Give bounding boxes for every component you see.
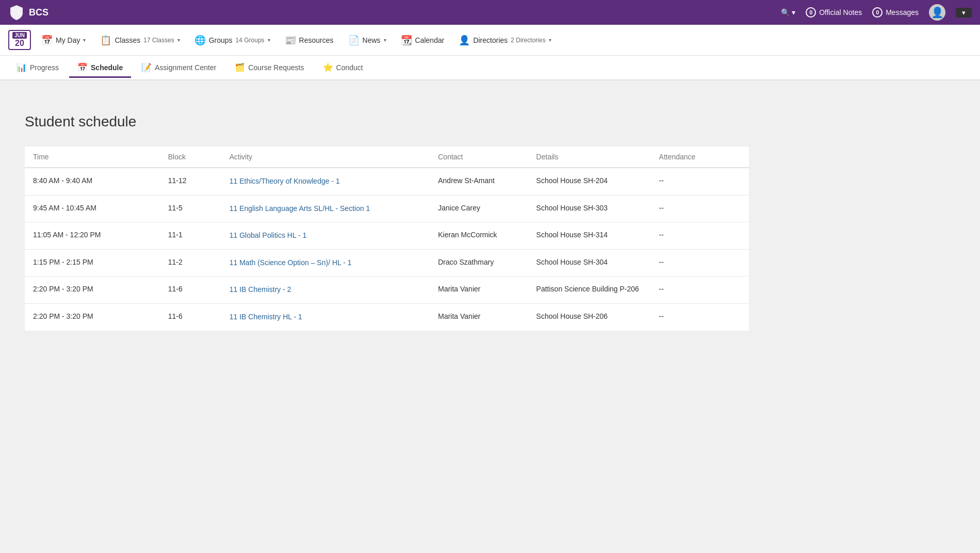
col-header-activity: Activity <box>221 147 430 168</box>
activity-link[interactable]: 11 IB Chemistry HL - 1 <box>230 313 302 321</box>
resources-icon: 📰 <box>285 35 296 46</box>
cell-activity: 11 English Language Arts SL/HL - Section… <box>221 195 430 222</box>
nav-item-calendar[interactable]: 📆 Calendar <box>395 30 451 50</box>
cell-attendance: -- <box>651 276 749 304</box>
cell-block: 11-5 <box>160 195 221 222</box>
cell-activity: 11 IB Chemistry - 2 <box>221 276 430 304</box>
table-row: 2:20 PM - 3:20 PM11-611 IB Chemistry - 2… <box>25 276 749 304</box>
calendar-icon: 📆 <box>401 35 412 46</box>
groups-label: Groups <box>209 36 233 44</box>
nav-item-groups[interactable]: 🌐 Groups 14 Groups ▾ <box>188 30 276 50</box>
cell-details: School House SH-304 <box>528 249 651 276</box>
cell-time: 8:40 AM - 9:40 AM <box>25 168 160 195</box>
tab-conduct-label: Conduct <box>336 63 363 72</box>
cell-block: 11-1 <box>160 222 221 250</box>
tab-schedule-label: Schedule <box>91 63 123 72</box>
top-nav-right: 🔍 ▾ 0 Official Notes 0 Messages 👤 ▾ <box>781 4 972 21</box>
cell-contact: Kieran McCormick <box>430 222 528 250</box>
cell-activity: 11 Math (Science Option – Sn)/ HL - 1 <box>221 249 430 276</box>
conduct-icon: ⭐ <box>323 62 333 72</box>
tab-course-requests[interactable]: 🗂️ Course Requests <box>226 58 312 78</box>
cell-time: 2:20 PM - 3:20 PM <box>25 303 160 330</box>
cell-activity: 11 Ethics/Theory of Knowledge - 1 <box>221 168 430 195</box>
col-header-details: Details <box>528 147 651 168</box>
user-name-dropdown[interactable]: ▾ <box>956 8 972 18</box>
search-arrow: ▾ <box>792 8 795 17</box>
nav-item-directories[interactable]: 👤 Directories 2 Directories ▾ <box>452 30 557 50</box>
tab-navigation: 📊 Progress 📅 Schedule 📝 Assignment Cente… <box>0 56 980 80</box>
cell-attendance: -- <box>651 303 749 330</box>
cell-block: 11-6 <box>160 276 221 304</box>
top-navigation: BCS 🔍 ▾ 0 Official Notes 0 Messages 👤 ▾ <box>0 0 980 25</box>
cell-contact: Janice Carey <box>430 195 528 222</box>
search-button[interactable]: 🔍 ▾ <box>781 8 795 17</box>
nav-item-my-day[interactable]: 📅 My Day ▾ <box>35 30 92 50</box>
calendar-label: Calendar <box>415 36 445 44</box>
cell-attendance: -- <box>651 222 749 250</box>
date-day: 20 <box>12 39 27 48</box>
schedule-table: Time Block Activity Contact Details Atte… <box>25 147 749 331</box>
cell-time: 2:20 PM - 3:20 PM <box>25 276 160 304</box>
nav-item-news[interactable]: 📄 News ▾ <box>342 30 393 50</box>
cell-activity: 11 Global Politics HL - 1 <box>221 222 430 250</box>
page-title: Student schedule <box>25 113 749 130</box>
directories-count: 2 Directories <box>511 37 545 44</box>
activity-link[interactable]: 11 Global Politics HL - 1 <box>230 231 307 239</box>
activity-link[interactable]: 11 Ethics/Theory of Knowledge - 1 <box>230 177 340 185</box>
directories-arrow: ▾ <box>549 37 551 43</box>
date-month: JUN <box>12 32 27 39</box>
progress-icon: 📊 <box>17 62 27 72</box>
news-arrow: ▾ <box>384 37 386 43</box>
avatar[interactable]: 👤 <box>929 4 945 21</box>
page-content-area: Student schedule Time Block Activity Con… <box>0 97 774 347</box>
my-day-arrow: ▾ <box>83 37 86 43</box>
official-notes-badge: 0 <box>806 7 816 18</box>
directories-label: Directories <box>473 36 508 44</box>
activity-link[interactable]: 11 Math (Science Option – Sn)/ HL - 1 <box>230 258 352 267</box>
official-notes-button[interactable]: 0 Official Notes <box>806 7 862 18</box>
schedule-icon: 📅 <box>77 62 88 72</box>
classes-label: Classes <box>115 36 140 44</box>
classes-count: 17 Classes <box>143 37 174 44</box>
nav-item-resources[interactable]: 📰 Resources <box>279 30 340 50</box>
logo-text: BCS <box>29 7 48 18</box>
col-header-contact: Contact <box>430 147 528 168</box>
cell-contact: Draco Szathmary <box>430 249 528 276</box>
col-header-time: Time <box>25 147 160 168</box>
news-label: News <box>363 36 381 44</box>
official-notes-label: Official Notes <box>819 8 862 17</box>
messages-label: Messages <box>886 8 919 17</box>
cell-block: 11-6 <box>160 303 221 330</box>
cell-attendance: -- <box>651 168 749 195</box>
my-day-icon: 📅 <box>41 35 53 46</box>
nav-item-classes[interactable]: 📋 Classes 17 Classes ▾ <box>94 30 186 50</box>
table-body: 8:40 AM - 9:40 AM11-1211 Ethics/Theory o… <box>25 168 749 331</box>
classes-icon: 📋 <box>100 35 111 46</box>
cell-details: School House SH-206 <box>528 303 651 330</box>
table-row: 8:40 AM - 9:40 AM11-1211 Ethics/Theory o… <box>25 168 749 195</box>
cell-details: Pattison Science Building P-206 <box>528 276 651 304</box>
activity-link[interactable]: 11 English Language Arts SL/HL - Section… <box>230 204 370 213</box>
search-icon: 🔍 <box>781 8 790 17</box>
avatar-icon: 👤 <box>931 6 944 19</box>
table-row: 11:05 AM - 12:20 PM11-111 Global Politic… <box>25 222 749 250</box>
groups-count: 14 Groups <box>236 37 265 44</box>
tab-assignment-center[interactable]: 📝 Assignment Center <box>133 58 224 78</box>
cell-details: School House SH-303 <box>528 195 651 222</box>
tab-progress-label: Progress <box>30 63 59 72</box>
cell-time: 1:15 PM - 2:15 PM <box>25 249 160 276</box>
tab-conduct[interactable]: ⭐ Conduct <box>315 58 371 78</box>
course-requests-icon: 🗂️ <box>235 62 245 72</box>
cell-time: 9:45 AM - 10:45 AM <box>25 195 160 222</box>
cell-attendance: -- <box>651 249 749 276</box>
activity-link[interactable]: 11 IB Chemistry - 2 <box>230 285 291 294</box>
directories-icon: 👤 <box>459 35 470 46</box>
table-header: Time Block Activity Contact Details Atte… <box>25 147 749 168</box>
cell-block: 11-2 <box>160 249 221 276</box>
messages-button[interactable]: 0 Messages <box>872 7 919 18</box>
user-dropdown-arrow: ▾ <box>962 9 966 17</box>
tab-progress[interactable]: 📊 Progress <box>8 58 67 78</box>
tab-schedule[interactable]: 📅 Schedule <box>69 58 131 78</box>
my-day-label: My Day <box>56 36 80 44</box>
resources-label: Resources <box>299 36 334 44</box>
